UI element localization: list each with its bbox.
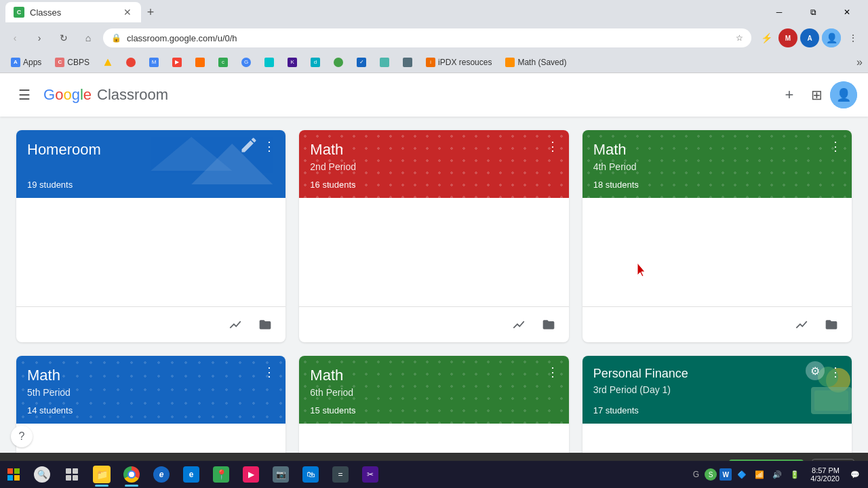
- tray-chrome-ext[interactable]: S: [705, 468, 717, 481]
- browser-chrome: C Classes ✕ + ─ ⧉ ✕ ‹ › ↻ ⌂ 🔒 classroom.…: [0, 0, 868, 73]
- homeroom-stats-icon[interactable]: [223, 312, 248, 337]
- add-class-button[interactable]: +: [776, 81, 803, 108]
- taskbar-ie[interactable]: e: [146, 461, 176, 488]
- more-bookmarks[interactable]: »: [856, 56, 863, 68]
- bookmark-kahoot[interactable]: K: [282, 56, 302, 68]
- bookmark-d[interactable]: d: [305, 56, 326, 68]
- svg-rect-9: [14, 475, 20, 481]
- tray-g1[interactable]: G: [690, 468, 702, 481]
- svg-rect-6: [7, 468, 13, 474]
- taskbar-maps[interactable]: 📍: [206, 461, 236, 488]
- class-card-homeroom[interactable]: ⋮ Homeroom 19 students: [16, 130, 285, 342]
- math6-menu[interactable]: ⋮: [542, 361, 564, 383]
- taskbar-store[interactable]: 🛍: [296, 461, 326, 488]
- classroom-text: Classroom: [97, 86, 168, 104]
- math2-folder-icon[interactable]: [536, 312, 561, 337]
- bookmark-photos[interactable]: [121, 56, 141, 68]
- title-bar: C Classes ✕ + ─ ⧉ ✕: [0, 0, 868, 24]
- bookmark-mail[interactable]: M: [144, 56, 164, 68]
- tray-word[interactable]: W: [719, 468, 732, 481]
- taskbar-camera[interactable]: 📷: [266, 461, 296, 488]
- taskbar-clock[interactable]: 8:57 PM 4/3/2020: [805, 466, 845, 483]
- math4-stats-icon[interactable]: [789, 312, 814, 337]
- bookmark-check[interactable]: ✓: [351, 56, 372, 68]
- taskbar-file-explorer[interactable]: 📁: [87, 461, 117, 488]
- tab-close-button[interactable]: ✕: [122, 7, 133, 18]
- help-icon: ?: [19, 430, 25, 443]
- bookmark-math[interactable]: Math (Saved): [500, 56, 572, 68]
- math2-stats-icon[interactable]: [507, 312, 531, 337]
- browser-tab[interactable]: C Classes ✕: [5, 2, 141, 22]
- forward-button[interactable]: ›: [30, 28, 49, 47]
- bookmark-youtube[interactable]: ▶: [167, 56, 187, 68]
- math2-body: [299, 198, 568, 306]
- clock-time: 8:57 PM: [810, 466, 840, 474]
- math2-subtitle: 2nd Period: [310, 161, 557, 172]
- new-tab-button[interactable]: +: [141, 3, 160, 22]
- back-button[interactable]: ‹: [5, 28, 24, 47]
- bookmark-share[interactable]: [374, 56, 395, 68]
- snip-icon: ✂: [362, 466, 378, 483]
- tray-battery[interactable]: 🔋: [787, 469, 802, 481]
- close-button[interactable]: ✕: [831, 0, 863, 24]
- math5-students: 14 students: [27, 405, 73, 415]
- notification-center[interactable]: 💬: [848, 469, 863, 481]
- print-favicon: [403, 58, 412, 67]
- restore-button[interactable]: ⧉: [797, 0, 829, 24]
- homeroom-folder-icon[interactable]: [253, 312, 277, 337]
- taskbar-chrome[interactable]: [117, 461, 146, 488]
- ext2-icon[interactable]: M: [778, 28, 797, 47]
- bookmark-classroom2[interactable]: c: [213, 56, 233, 68]
- taskbar-snip[interactable]: ✂: [355, 461, 385, 488]
- taskbar-media[interactable]: ▶: [236, 461, 266, 488]
- tab-favicon: C: [14, 7, 24, 18]
- math4-folder-icon[interactable]: [819, 312, 844, 337]
- bookmark-green[interactable]: [328, 56, 349, 68]
- user-avatar[interactable]: 👤: [830, 81, 857, 108]
- g-letter: G: [43, 86, 55, 103]
- tray-volume[interactable]: 🔊: [770, 469, 785, 481]
- calc-icon: =: [332, 466, 349, 483]
- app-bar: ☰ Google Classroom + ⊞ 👤: [0, 73, 868, 117]
- minimize-button[interactable]: ─: [764, 0, 795, 24]
- bookmark-drive[interactable]: [98, 56, 118, 68]
- bookmark-print[interactable]: [397, 56, 418, 68]
- hamburger-menu[interactable]: ☰: [11, 81, 38, 108]
- home-button[interactable]: ⌂: [79, 28, 98, 47]
- reload-button[interactable]: ↻: [54, 28, 73, 47]
- tray-bluetooth[interactable]: 🔷: [734, 469, 749, 481]
- star-icon[interactable]: ☆: [736, 33, 743, 43]
- bookmark-apps[interactable]: A Apps: [5, 56, 47, 68]
- homeroom-footer: [16, 306, 285, 342]
- math4-header: ⋮ Math 4th Period 18 students: [583, 130, 852, 198]
- address-bar[interactable]: 🔒 classroom.google.com/u/0/h ☆: [103, 28, 751, 47]
- taskbar-calc[interactable]: =: [326, 461, 355, 488]
- google-apps-button[interactable]: ⊞: [803, 81, 830, 108]
- svg-rect-13: [73, 475, 78, 481]
- bookmark-g1[interactable]: G: [236, 56, 256, 68]
- bookmark-ipdx[interactable]: i iPDX resouces: [420, 56, 497, 68]
- gl-letter: g: [72, 86, 80, 103]
- menu-dots-icon[interactable]: ⋮: [844, 28, 863, 47]
- svg-marker-1: [151, 137, 232, 171]
- finance-settings-icon[interactable]: ⚙: [806, 361, 825, 380]
- bookmark-canva[interactable]: [259, 56, 279, 68]
- mail-favicon: M: [149, 58, 159, 67]
- profile-icon[interactable]: 👤: [822, 28, 841, 47]
- bookmarks-bar: A Apps C CBPS M ▶ c G K: [0, 52, 868, 73]
- class-card-math2[interactable]: ⋮ Math 2nd Period 16 students: [299, 130, 568, 342]
- taskbar-search[interactable]: 🔍: [27, 461, 57, 488]
- ext3-icon[interactable]: A: [800, 28, 819, 47]
- tray-network[interactable]: 📶: [752, 469, 767, 481]
- bookmark-padlet[interactable]: [190, 56, 210, 68]
- class-card-math4[interactable]: ⋮ Math 4th Period 18 students: [583, 130, 852, 342]
- math4-menu[interactable]: ⋮: [825, 136, 846, 157]
- math2-menu[interactable]: ⋮: [542, 136, 564, 157]
- start-button[interactable]: [0, 461, 27, 488]
- help-button[interactable]: ?: [11, 426, 33, 447]
- taskbar-task-view[interactable]: [57, 461, 87, 488]
- finance-menu[interactable]: ⋮: [825, 361, 846, 383]
- extensions-icon[interactable]: ⚡: [757, 28, 776, 47]
- taskbar-edge[interactable]: e: [176, 461, 206, 488]
- bookmark-cbps[interactable]: C CBPS: [50, 56, 95, 68]
